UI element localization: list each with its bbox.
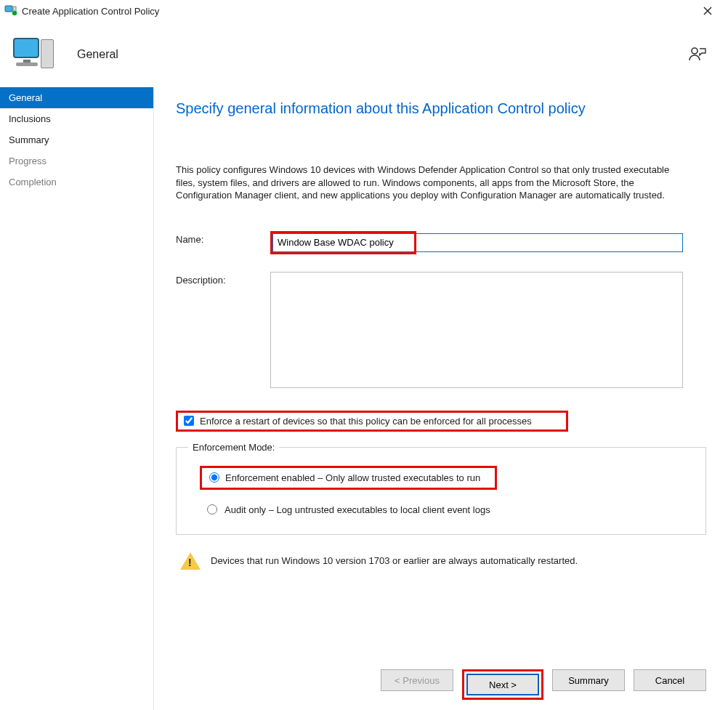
nav-item-completion: Completion bbox=[0, 172, 153, 193]
enforcement-enabled-label: Enforcement enabled – Only allow trusted… bbox=[225, 472, 480, 483]
next-button[interactable]: Next > bbox=[466, 674, 539, 695]
nav-item-summary[interactable]: Summary bbox=[0, 129, 153, 150]
intro-text: This policy configures Windows 10 device… bbox=[176, 164, 684, 202]
computer-icon bbox=[12, 33, 58, 76]
wizard-header: General bbox=[0, 22, 728, 87]
user-icon bbox=[689, 46, 708, 64]
enforcement-mode-legend: Enforcement Mode: bbox=[188, 442, 279, 453]
name-label: Name: bbox=[176, 231, 270, 245]
audit-only-label: Audit only – Log untrusted executables t… bbox=[225, 504, 490, 515]
warning-row: Devices that run Windows 10 version 1703… bbox=[176, 552, 706, 570]
enforce-restart-highlight: Enforce a restart of devices so that thi… bbox=[176, 411, 568, 432]
svg-rect-0 bbox=[5, 6, 12, 12]
nav-item-progress: Progress bbox=[0, 150, 153, 172]
warning-text: Devices that run Windows 10 version 1703… bbox=[211, 555, 578, 566]
main-panel: Specify general information about this A… bbox=[154, 87, 728, 710]
next-highlight: Next > bbox=[462, 669, 543, 700]
enforcement-enabled-highlight: Enforcement enabled – Only allow trusted… bbox=[200, 466, 497, 490]
previous-button: < Previous bbox=[381, 669, 453, 691]
enforce-restart-label: Enforce a restart of devices so that thi… bbox=[200, 416, 532, 427]
svg-point-2 bbox=[12, 11, 17, 15]
window-title: Create Application Control Policy bbox=[22, 6, 159, 17]
enforce-restart-checkbox[interactable] bbox=[184, 416, 194, 426]
nav-item-inclusions[interactable]: Inclusions bbox=[0, 108, 153, 129]
description-input[interactable] bbox=[270, 272, 683, 388]
cancel-button[interactable]: Cancel bbox=[634, 669, 706, 691]
name-highlight bbox=[270, 231, 416, 254]
audit-only-radio[interactable] bbox=[207, 504, 217, 515]
nav-item-general[interactable]: General bbox=[0, 87, 153, 108]
enforcement-enabled-radio[interactable] bbox=[209, 472, 219, 483]
close-icon bbox=[703, 7, 712, 15]
close-button[interactable] bbox=[693, 1, 722, 21]
app-icon bbox=[4, 4, 17, 17]
name-input[interactable] bbox=[272, 233, 414, 252]
wizard-nav: General Inclusions Summary Progress Comp… bbox=[0, 87, 154, 710]
wizard-footer: < Previous Next > Summary Cancel bbox=[176, 629, 706, 700]
svg-point-5 bbox=[692, 48, 697, 54]
header-section-title: General bbox=[77, 48, 118, 61]
warning-icon bbox=[180, 552, 201, 570]
titlebar: Create Application Control Policy bbox=[0, 0, 728, 22]
page-heading: Specify general information about this A… bbox=[176, 100, 706, 117]
enforcement-mode-group: Enforcement Mode: Enforcement enabled – … bbox=[176, 442, 706, 535]
description-label: Description: bbox=[176, 272, 270, 286]
summary-button[interactable]: Summary bbox=[552, 669, 625, 691]
